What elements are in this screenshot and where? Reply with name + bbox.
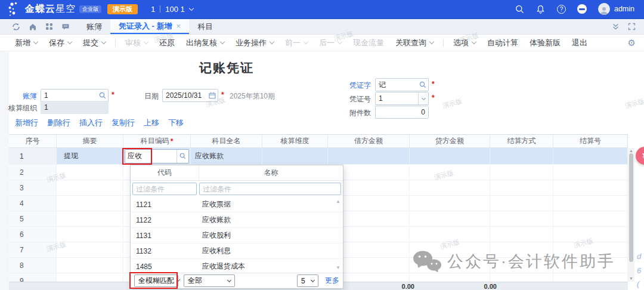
toolbar-item-0[interactable]: 新增 [15, 38, 38, 48]
toolbar-item-10[interactable]: 关联查询 [395, 38, 434, 48]
empty-cell[interactable] [57, 211, 123, 226]
empty-cell[interactable] [57, 180, 123, 195]
empty-cell[interactable] [490, 196, 553, 211]
empty-cell[interactable] [410, 165, 490, 180]
row-action-0[interactable]: 新增行 [15, 118, 38, 128]
empty-cell[interactable] [553, 242, 628, 257]
account-lookup-icon[interactable] [177, 150, 188, 163]
empty-cell[interactable] [553, 227, 628, 242]
list-scroll-down-icon[interactable]: ▼ [336, 266, 340, 270]
row-action-1[interactable]: 删除行 [47, 118, 70, 128]
empty-cell[interactable] [57, 258, 123, 273]
empty-cell[interactable] [490, 227, 553, 242]
voucher-no-dropdown-icon[interactable] [418, 92, 428, 104]
empty-cell[interactable] [553, 180, 628, 195]
empty-cell[interactable] [57, 227, 123, 242]
empty-cell[interactable] [410, 227, 490, 242]
apps-grid-icon[interactable] [45, 23, 53, 30]
empty-cell[interactable] [553, 258, 628, 273]
row-action-3[interactable]: 复制行 [112, 118, 135, 128]
empty-cell[interactable] [490, 258, 553, 273]
row-action-2[interactable]: 插入行 [79, 118, 103, 128]
empty-cell[interactable] [410, 258, 490, 273]
empty-cell[interactable] [490, 211, 553, 226]
date-input[interactable] [163, 91, 207, 100]
search-icon[interactable] [515, 4, 525, 14]
calendar-icon[interactable] [207, 90, 218, 101]
grid-vertical-scrollbar[interactable]: ▲ ▼ [628, 148, 634, 282]
scrollbar-thumb[interactable] [629, 153, 633, 262]
page-size-select[interactable]: 5 [297, 274, 318, 287]
voucher-word-label[interactable]: 凭证字 [345, 81, 371, 91]
empty-cell[interactable] [57, 196, 123, 211]
row1-credit-cell[interactable] [410, 148, 490, 164]
account-option-1132[interactable]: 1132应收利息 [131, 243, 343, 259]
do-not-disturb-icon[interactable] [577, 4, 587, 14]
row-action-5[interactable]: 下移 [168, 118, 184, 128]
ledger-label[interactable]: 账簿 [11, 91, 37, 101]
row1-summary-cell[interactable]: 提现 [57, 148, 123, 164]
scroll-up-icon[interactable]: ▲ [628, 149, 634, 153]
empty-cell[interactable] [410, 211, 490, 226]
toolbar-item-4[interactable]: 还原 [159, 38, 175, 48]
home-icon[interactable] [29, 23, 37, 31]
toolbar-item-11[interactable]: 选项 [453, 38, 476, 48]
row1-dimension-cell[interactable] [262, 148, 328, 164]
scroll-down-icon[interactable]: ▼ [628, 276, 634, 281]
sync-icon[interactable] [12, 23, 20, 31]
notifications-bell-icon[interactable] [536, 4, 546, 14]
ledger-lookup-icon[interactable] [97, 90, 108, 101]
code-filter-input[interactable] [132, 183, 197, 195]
empty-cell[interactable] [553, 196, 628, 211]
toolbar-settings-gear-icon[interactable]: ⚙ [628, 38, 636, 47]
empty-cell[interactable] [553, 165, 628, 180]
tab-voucher-entry-new[interactable]: 凭证录入 - 新增 × [110, 19, 189, 34]
fullscreen-icon[interactable] [628, 23, 636, 30]
row-action-4[interactable]: 上移 [144, 118, 159, 128]
row1-settle-no-cell[interactable] [553, 148, 628, 164]
toolbar-item-1[interactable]: 保存 [49, 38, 72, 48]
account-option-1121[interactable]: 1121应收票据 [131, 197, 343, 212]
empty-cell[interactable] [410, 242, 490, 257]
org-selector[interactable]: 1 100 1 [151, 5, 193, 14]
toolbar-item-14[interactable]: 退出 [572, 38, 587, 48]
toolbar-item-6[interactable]: 业务操作 [236, 38, 274, 48]
toolbar-item-13[interactable]: 体验新版 [530, 38, 561, 48]
account-option-1131[interactable]: 1131应收股利 [131, 228, 343, 243]
empty-cell[interactable] [490, 165, 553, 180]
avatar[interactable] [598, 3, 610, 15]
empty-cell[interactable] [553, 211, 628, 226]
username[interactable]: admin [614, 5, 634, 13]
voucher-word-lookup-icon[interactable] [417, 79, 428, 91]
empty-cell[interactable] [490, 242, 553, 257]
help-icon[interactable]: ? [557, 5, 566, 14]
match-mode-select[interactable]: 全模糊匹配 [134, 274, 178, 287]
tab-ledger[interactable]: 账簿 [78, 19, 110, 34]
empty-cell[interactable] [490, 180, 553, 195]
ledger-input[interactable] [41, 91, 97, 100]
attachments-input[interactable] [376, 108, 428, 116]
toolbar-item-2[interactable]: 提交 [83, 38, 106, 48]
floating-badge[interactable]: ¥ [636, 147, 644, 165]
voucher-word-input[interactable] [376, 81, 417, 89]
toolbar-item-5[interactable]: 出纳复核 [186, 38, 224, 48]
empty-cell[interactable] [410, 180, 490, 195]
more-link[interactable]: 更多 [325, 276, 339, 286]
row1-settle-method-cell[interactable] [490, 148, 553, 164]
message-icon[interactable] [61, 23, 70, 31]
collapse-tabs-icon[interactable] [612, 23, 620, 30]
toolbar-item-12[interactable]: 自动计算 [487, 38, 518, 48]
empty-cell[interactable] [410, 196, 490, 211]
account-option-1122[interactable]: 1122应收账款 [131, 212, 343, 228]
tab-accounts[interactable]: 科目 [189, 19, 221, 34]
account-code-input[interactable] [125, 150, 177, 163]
row1-account-name-cell[interactable]: 应收账款 [191, 148, 262, 164]
list-scroll-up-icon[interactable]: ▲ [336, 199, 340, 204]
empty-cell[interactable] [57, 165, 123, 180]
scope-select[interactable]: 全部 [184, 274, 235, 287]
close-tab-icon[interactable]: × [177, 21, 181, 30]
empty-cell[interactable] [57, 242, 123, 257]
voucher-no-input[interactable] [376, 94, 418, 103]
row1-debit-cell[interactable] [328, 148, 410, 164]
name-filter-input[interactable] [199, 183, 341, 195]
